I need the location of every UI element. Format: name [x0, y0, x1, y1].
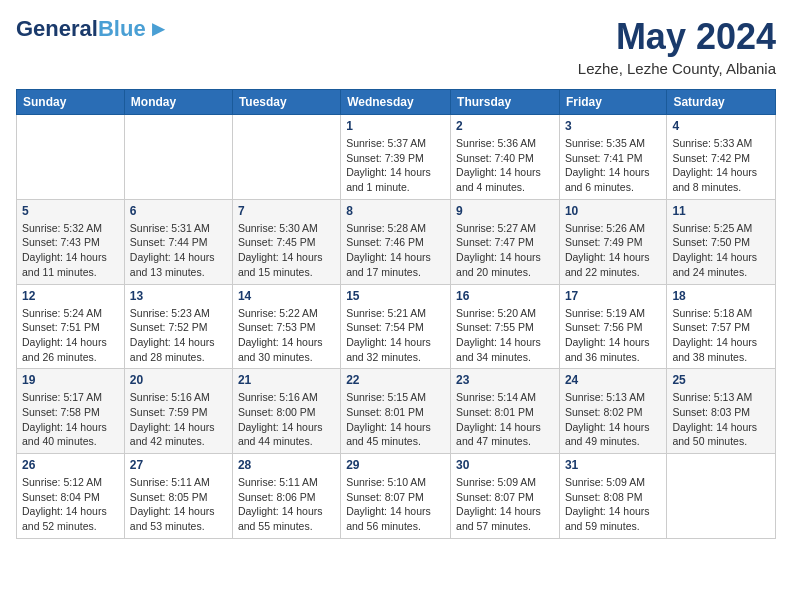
calendar-cell: 26Sunrise: 5:12 AMSunset: 8:04 PMDayligh…	[17, 454, 125, 539]
calendar-cell	[124, 115, 232, 200]
calendar-cell: 27Sunrise: 5:11 AMSunset: 8:05 PMDayligh…	[124, 454, 232, 539]
calendar-table: SundayMondayTuesdayWednesdayThursdayFrid…	[16, 89, 776, 539]
day-info: Sunrise: 5:30 AMSunset: 7:45 PMDaylight:…	[238, 221, 335, 280]
day-number: 4	[672, 119, 770, 133]
day-info: Sunrise: 5:16 AMSunset: 7:59 PMDaylight:…	[130, 390, 227, 449]
logo-arrow-icon: ►	[148, 16, 170, 42]
calendar-cell: 17Sunrise: 5:19 AMSunset: 7:56 PMDayligh…	[559, 284, 666, 369]
day-info: Sunrise: 5:16 AMSunset: 8:00 PMDaylight:…	[238, 390, 335, 449]
day-header-sunday: Sunday	[17, 90, 125, 115]
day-info: Sunrise: 5:17 AMSunset: 7:58 PMDaylight:…	[22, 390, 119, 449]
calendar-cell: 30Sunrise: 5:09 AMSunset: 8:07 PMDayligh…	[451, 454, 560, 539]
calendar-cell: 25Sunrise: 5:13 AMSunset: 8:03 PMDayligh…	[667, 369, 776, 454]
day-number: 19	[22, 373, 119, 387]
day-number: 16	[456, 289, 554, 303]
day-number: 10	[565, 204, 661, 218]
calendar-cell: 8Sunrise: 5:28 AMSunset: 7:46 PMDaylight…	[341, 199, 451, 284]
calendar-cell: 13Sunrise: 5:23 AMSunset: 7:52 PMDayligh…	[124, 284, 232, 369]
day-info: Sunrise: 5:09 AMSunset: 8:08 PMDaylight:…	[565, 475, 661, 534]
calendar-cell: 22Sunrise: 5:15 AMSunset: 8:01 PMDayligh…	[341, 369, 451, 454]
calendar-cell: 19Sunrise: 5:17 AMSunset: 7:58 PMDayligh…	[17, 369, 125, 454]
calendar-cell: 14Sunrise: 5:22 AMSunset: 7:53 PMDayligh…	[232, 284, 340, 369]
day-info: Sunrise: 5:22 AMSunset: 7:53 PMDaylight:…	[238, 306, 335, 365]
day-info: Sunrise: 5:36 AMSunset: 7:40 PMDaylight:…	[456, 136, 554, 195]
day-info: Sunrise: 5:27 AMSunset: 7:47 PMDaylight:…	[456, 221, 554, 280]
day-number: 11	[672, 204, 770, 218]
day-number: 27	[130, 458, 227, 472]
day-info: Sunrise: 5:35 AMSunset: 7:41 PMDaylight:…	[565, 136, 661, 195]
day-info: Sunrise: 5:37 AMSunset: 7:39 PMDaylight:…	[346, 136, 445, 195]
month-title: May 2024	[578, 16, 776, 58]
day-number: 24	[565, 373, 661, 387]
day-number: 9	[456, 204, 554, 218]
calendar-week-2: 5Sunrise: 5:32 AMSunset: 7:43 PMDaylight…	[17, 199, 776, 284]
calendar-week-4: 19Sunrise: 5:17 AMSunset: 7:58 PMDayligh…	[17, 369, 776, 454]
calendar-cell: 20Sunrise: 5:16 AMSunset: 7:59 PMDayligh…	[124, 369, 232, 454]
page-header: GeneralBlue ► May 2024 Lezhe, Lezhe Coun…	[16, 16, 776, 77]
calendar-header-row: SundayMondayTuesdayWednesdayThursdayFrid…	[17, 90, 776, 115]
day-number: 3	[565, 119, 661, 133]
day-info: Sunrise: 5:10 AMSunset: 8:07 PMDaylight:…	[346, 475, 445, 534]
day-info: Sunrise: 5:09 AMSunset: 8:07 PMDaylight:…	[456, 475, 554, 534]
day-number: 25	[672, 373, 770, 387]
day-number: 28	[238, 458, 335, 472]
calendar-cell: 29Sunrise: 5:10 AMSunset: 8:07 PMDayligh…	[341, 454, 451, 539]
calendar-cell: 28Sunrise: 5:11 AMSunset: 8:06 PMDayligh…	[232, 454, 340, 539]
day-number: 18	[672, 289, 770, 303]
calendar-cell: 23Sunrise: 5:14 AMSunset: 8:01 PMDayligh…	[451, 369, 560, 454]
calendar-cell: 11Sunrise: 5:25 AMSunset: 7:50 PMDayligh…	[667, 199, 776, 284]
day-header-friday: Friday	[559, 90, 666, 115]
day-info: Sunrise: 5:33 AMSunset: 7:42 PMDaylight:…	[672, 136, 770, 195]
day-header-tuesday: Tuesday	[232, 90, 340, 115]
location-subtitle: Lezhe, Lezhe County, Albania	[578, 60, 776, 77]
calendar-cell: 10Sunrise: 5:26 AMSunset: 7:49 PMDayligh…	[559, 199, 666, 284]
day-info: Sunrise: 5:32 AMSunset: 7:43 PMDaylight:…	[22, 221, 119, 280]
day-info: Sunrise: 5:31 AMSunset: 7:44 PMDaylight:…	[130, 221, 227, 280]
calendar-cell: 3Sunrise: 5:35 AMSunset: 7:41 PMDaylight…	[559, 115, 666, 200]
day-number: 29	[346, 458, 445, 472]
title-block: May 2024 Lezhe, Lezhe County, Albania	[578, 16, 776, 77]
day-info: Sunrise: 5:12 AMSunset: 8:04 PMDaylight:…	[22, 475, 119, 534]
calendar-cell: 7Sunrise: 5:30 AMSunset: 7:45 PMDaylight…	[232, 199, 340, 284]
day-info: Sunrise: 5:21 AMSunset: 7:54 PMDaylight:…	[346, 306, 445, 365]
calendar-cell: 18Sunrise: 5:18 AMSunset: 7:57 PMDayligh…	[667, 284, 776, 369]
calendar-cell: 9Sunrise: 5:27 AMSunset: 7:47 PMDaylight…	[451, 199, 560, 284]
calendar-cell: 6Sunrise: 5:31 AMSunset: 7:44 PMDaylight…	[124, 199, 232, 284]
day-header-monday: Monday	[124, 90, 232, 115]
calendar-cell	[232, 115, 340, 200]
calendar-cell	[667, 454, 776, 539]
day-number: 12	[22, 289, 119, 303]
day-info: Sunrise: 5:14 AMSunset: 8:01 PMDaylight:…	[456, 390, 554, 449]
day-info: Sunrise: 5:19 AMSunset: 7:56 PMDaylight:…	[565, 306, 661, 365]
calendar-cell	[17, 115, 125, 200]
day-info: Sunrise: 5:11 AMSunset: 8:06 PMDaylight:…	[238, 475, 335, 534]
day-info: Sunrise: 5:28 AMSunset: 7:46 PMDaylight:…	[346, 221, 445, 280]
day-header-saturday: Saturday	[667, 90, 776, 115]
day-number: 7	[238, 204, 335, 218]
day-info: Sunrise: 5:13 AMSunset: 8:02 PMDaylight:…	[565, 390, 661, 449]
calendar-cell: 4Sunrise: 5:33 AMSunset: 7:42 PMDaylight…	[667, 115, 776, 200]
calendar-cell: 21Sunrise: 5:16 AMSunset: 8:00 PMDayligh…	[232, 369, 340, 454]
day-info: Sunrise: 5:13 AMSunset: 8:03 PMDaylight:…	[672, 390, 770, 449]
calendar-cell: 12Sunrise: 5:24 AMSunset: 7:51 PMDayligh…	[17, 284, 125, 369]
calendar-cell: 31Sunrise: 5:09 AMSunset: 8:08 PMDayligh…	[559, 454, 666, 539]
calendar-week-5: 26Sunrise: 5:12 AMSunset: 8:04 PMDayligh…	[17, 454, 776, 539]
calendar-cell: 1Sunrise: 5:37 AMSunset: 7:39 PMDaylight…	[341, 115, 451, 200]
day-info: Sunrise: 5:23 AMSunset: 7:52 PMDaylight:…	[130, 306, 227, 365]
day-header-thursday: Thursday	[451, 90, 560, 115]
calendar-week-3: 12Sunrise: 5:24 AMSunset: 7:51 PMDayligh…	[17, 284, 776, 369]
day-number: 2	[456, 119, 554, 133]
calendar-cell: 2Sunrise: 5:36 AMSunset: 7:40 PMDaylight…	[451, 115, 560, 200]
day-info: Sunrise: 5:26 AMSunset: 7:49 PMDaylight:…	[565, 221, 661, 280]
logo-text: GeneralBlue	[16, 18, 146, 40]
day-info: Sunrise: 5:18 AMSunset: 7:57 PMDaylight:…	[672, 306, 770, 365]
day-number: 15	[346, 289, 445, 303]
day-info: Sunrise: 5:20 AMSunset: 7:55 PMDaylight:…	[456, 306, 554, 365]
day-number: 17	[565, 289, 661, 303]
day-number: 14	[238, 289, 335, 303]
day-info: Sunrise: 5:11 AMSunset: 8:05 PMDaylight:…	[130, 475, 227, 534]
day-number: 21	[238, 373, 335, 387]
day-number: 30	[456, 458, 554, 472]
day-info: Sunrise: 5:24 AMSunset: 7:51 PMDaylight:…	[22, 306, 119, 365]
day-number: 20	[130, 373, 227, 387]
